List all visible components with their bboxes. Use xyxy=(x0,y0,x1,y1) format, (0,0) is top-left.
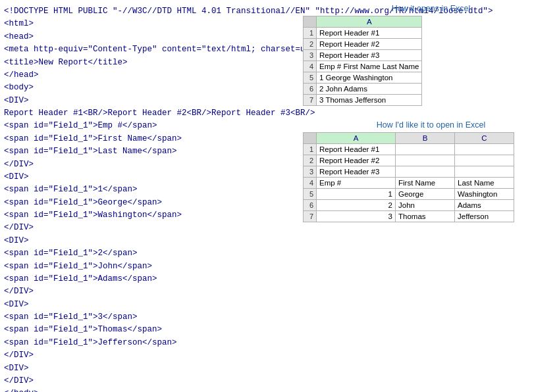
cell-a: Report Header #2 xyxy=(317,39,422,50)
table-row: 51GeorgeWashington xyxy=(304,189,514,200)
cell-a: Report Header #1 xyxy=(317,28,422,39)
bottom-col-header-a: A xyxy=(317,133,396,144)
bottom-excel-title: How I'd like it to open in Excel xyxy=(303,120,559,130)
row-number: 5 xyxy=(304,72,317,84)
cell-a: 1 xyxy=(317,189,396,200)
cell-b xyxy=(396,166,455,178)
row-number: 3 xyxy=(304,166,317,178)
cell-a: Emp # xyxy=(317,178,396,189)
cell-a: 2 John Adams xyxy=(317,84,422,95)
cell-c: Last Name xyxy=(455,178,514,189)
code-panel: <!DOCTYPE HTML PUBLIC "-//W3C//DTD HTML … xyxy=(0,0,303,392)
cell-c: Washington xyxy=(455,189,514,200)
cell-b: George xyxy=(396,189,455,200)
cell-a: Emp # First Name Last Name xyxy=(317,61,422,72)
row-number: 7 xyxy=(304,95,317,106)
top-excel-preview: How it opens in Excel A 1Report Header #… xyxy=(303,4,559,106)
row-number: 3 xyxy=(304,50,317,61)
table-row: 1Report Header #1 xyxy=(304,144,514,155)
cell-c xyxy=(455,155,514,166)
table-row: 3Report Header #3 xyxy=(304,166,514,178)
cell-c: Jefferson xyxy=(455,211,514,222)
col-header-a: A xyxy=(317,16,422,28)
cell-b xyxy=(396,155,455,166)
cell-a: 3 xyxy=(317,211,396,222)
table-row: 3Report Header #3 xyxy=(304,50,422,61)
table-row: 73ThomasJefferson xyxy=(304,211,514,222)
cell-b xyxy=(396,144,455,155)
cell-a: 1 George Washington xyxy=(317,72,422,84)
bottom-col-header-c: C xyxy=(455,133,514,144)
cell-c xyxy=(455,144,514,155)
table-row: 2Report Header #2 xyxy=(304,39,422,50)
row-number: 7 xyxy=(304,211,317,222)
right-panel: How it opens in Excel A 1Report Header #… xyxy=(303,0,559,233)
row-number: 1 xyxy=(304,144,317,155)
table-row: 62 John Adams xyxy=(304,84,422,95)
cell-a: Report Header #3 xyxy=(317,50,422,61)
top-excel-title: How it opens in Excel xyxy=(303,4,559,13)
bottom-excel-table: A B C 1Report Header #12Report Header #2… xyxy=(303,132,514,222)
row-number: 2 xyxy=(304,39,317,50)
bottom-excel-preview: How I'd like it to open in Excel A B C 1… xyxy=(303,120,559,222)
cell-a: 3 Thomas Jefferson xyxy=(317,95,422,106)
cell-b: John xyxy=(396,200,455,211)
table-row: 4Emp # First Name Last Name xyxy=(304,61,422,72)
cell-b: First Name xyxy=(396,178,455,189)
top-excel-table: A 1Report Header #12Report Header #23Rep… xyxy=(303,16,422,106)
row-number: 5 xyxy=(304,189,317,200)
corner-cell xyxy=(304,16,317,28)
cell-a: Report Header #1 xyxy=(317,144,396,155)
table-row: 62JohnAdams xyxy=(304,200,514,211)
row-number: 6 xyxy=(304,200,317,211)
table-row: 2Report Header #2 xyxy=(304,155,514,166)
row-number: 1 xyxy=(304,28,317,39)
cell-c xyxy=(455,166,514,178)
table-row: 4Emp #First NameLast Name xyxy=(304,178,514,189)
table-row: 73 Thomas Jefferson xyxy=(304,95,422,106)
row-number: 2 xyxy=(304,155,317,166)
cell-a: Report Header #2 xyxy=(317,155,396,166)
cell-a: Report Header #3 xyxy=(317,166,396,178)
cell-c: Adams xyxy=(455,200,514,211)
table-row: 1Report Header #1 xyxy=(304,28,422,39)
bottom-col-header-b: B xyxy=(396,133,455,144)
row-number: 4 xyxy=(304,61,317,72)
cell-b: Thomas xyxy=(396,211,455,222)
row-number: 4 xyxy=(304,178,317,189)
corner-cell-2 xyxy=(304,133,317,144)
row-number: 6 xyxy=(304,84,317,95)
table-row: 51 George Washington xyxy=(304,72,422,84)
cell-a: 2 xyxy=(317,200,396,211)
